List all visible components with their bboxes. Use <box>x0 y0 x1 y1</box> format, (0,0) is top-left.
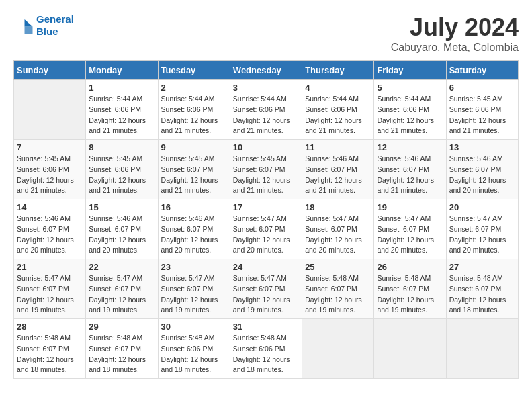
weekday-header-friday: Friday <box>374 61 446 80</box>
day-info: Sunrise: 5:45 AM Sunset: 6:07 PM Dayligh… <box>161 154 227 196</box>
day-info: Sunrise: 5:47 AM Sunset: 6:07 PM Dayligh… <box>17 273 83 316</box>
day-number: 27 <box>449 262 515 272</box>
day-info: Sunrise: 5:48 AM Sunset: 6:07 PM Dayligh… <box>89 333 154 375</box>
logo-line1: General <box>36 13 74 25</box>
calendar-cell: 25Sunrise: 5:48 AM Sunset: 6:07 PM Dayli… <box>302 259 374 319</box>
calendar-cell <box>302 319 374 379</box>
day-number: 12 <box>377 142 443 152</box>
calendar-cell: 21Sunrise: 5:47 AM Sunset: 6:07 PM Dayli… <box>14 259 86 319</box>
day-info: Sunrise: 5:48 AM Sunset: 6:07 PM Dayligh… <box>377 273 443 316</box>
day-info: Sunrise: 5:46 AM Sunset: 6:07 PM Dayligh… <box>377 154 443 196</box>
calendar-cell <box>14 80 86 140</box>
day-number: 15 <box>89 202 154 212</box>
day-number: 16 <box>161 202 227 212</box>
day-info: Sunrise: 5:44 AM Sunset: 6:06 PM Dayligh… <box>161 94 227 136</box>
day-number: 18 <box>305 202 371 212</box>
calendar-cell: 8Sunrise: 5:45 AM Sunset: 6:06 PM Daylig… <box>86 140 158 199</box>
day-number: 4 <box>305 83 371 93</box>
day-info: Sunrise: 5:47 AM Sunset: 6:07 PM Dayligh… <box>305 214 371 256</box>
day-info: Sunrise: 5:44 AM Sunset: 6:06 PM Dayligh… <box>89 94 154 136</box>
day-number: 9 <box>161 142 227 152</box>
day-info: Sunrise: 5:46 AM Sunset: 6:07 PM Dayligh… <box>449 154 515 196</box>
week-row-1: 1Sunrise: 5:44 AM Sunset: 6:06 PM Daylig… <box>14 80 519 140</box>
calendar-cell: 28Sunrise: 5:48 AM Sunset: 6:07 PM Dayli… <box>14 319 86 379</box>
weekday-header-wednesday: Wednesday <box>230 61 302 80</box>
calendar-cell: 14Sunrise: 5:46 AM Sunset: 6:07 PM Dayli… <box>14 199 86 259</box>
day-number: 28 <box>17 322 83 332</box>
day-number: 20 <box>449 202 515 212</box>
calendar-cell: 22Sunrise: 5:47 AM Sunset: 6:07 PM Dayli… <box>86 259 158 319</box>
logo: General Blue <box>13 13 74 38</box>
main-title: July 2024 <box>391 13 519 42</box>
day-number: 23 <box>161 262 227 272</box>
day-number: 2 <box>161 83 227 93</box>
day-info: Sunrise: 5:44 AM Sunset: 6:06 PM Dayligh… <box>377 94 443 136</box>
calendar-cell: 20Sunrise: 5:47 AM Sunset: 6:07 PM Dayli… <box>446 199 518 259</box>
day-info: Sunrise: 5:46 AM Sunset: 6:07 PM Dayligh… <box>305 154 371 196</box>
calendar-cell: 24Sunrise: 5:47 AM Sunset: 6:07 PM Dayli… <box>230 259 302 319</box>
svg-marker-0 <box>25 19 33 27</box>
day-number: 24 <box>233 262 299 272</box>
day-number: 26 <box>377 262 443 272</box>
week-row-5: 28Sunrise: 5:48 AM Sunset: 6:07 PM Dayli… <box>14 319 519 379</box>
day-number: 1 <box>89 83 154 93</box>
logo-line2: Blue <box>36 26 58 37</box>
day-number: 8 <box>89 142 154 152</box>
day-number: 6 <box>449 83 515 93</box>
day-info: Sunrise: 5:47 AM Sunset: 6:07 PM Dayligh… <box>449 214 515 256</box>
day-number: 19 <box>377 202 443 212</box>
week-row-4: 21Sunrise: 5:47 AM Sunset: 6:07 PM Dayli… <box>14 259 519 319</box>
day-number: 29 <box>89 322 154 332</box>
day-number: 5 <box>377 83 443 93</box>
day-number: 31 <box>233 322 299 332</box>
header: General Blue July 2024 Cabuyaro, Meta, C… <box>13 13 519 54</box>
day-number: 25 <box>305 262 371 272</box>
calendar-cell: 9Sunrise: 5:45 AM Sunset: 6:07 PM Daylig… <box>158 140 230 199</box>
calendar-cell: 18Sunrise: 5:47 AM Sunset: 6:07 PM Dayli… <box>302 199 374 259</box>
day-number: 21 <box>17 262 83 272</box>
day-number: 14 <box>17 202 83 212</box>
calendar-cell: 26Sunrise: 5:48 AM Sunset: 6:07 PM Dayli… <box>374 259 446 319</box>
svg-marker-1 <box>25 27 33 34</box>
title-area: July 2024 Cabuyaro, Meta, Colombia <box>391 13 519 54</box>
day-info: Sunrise: 5:48 AM Sunset: 6:06 PM Dayligh… <box>233 333 299 375</box>
day-number: 11 <box>305 142 371 152</box>
calendar-cell: 31Sunrise: 5:48 AM Sunset: 6:06 PM Dayli… <box>230 319 302 379</box>
day-info: Sunrise: 5:48 AM Sunset: 6:07 PM Dayligh… <box>17 333 83 375</box>
calendar-cell <box>446 319 518 379</box>
logo-icon <box>13 15 34 36</box>
weekday-header-row: SundayMondayTuesdayWednesdayThursdayFrid… <box>14 61 519 80</box>
day-info: Sunrise: 5:45 AM Sunset: 6:06 PM Dayligh… <box>89 154 154 196</box>
day-info: Sunrise: 5:46 AM Sunset: 6:07 PM Dayligh… <box>17 214 83 256</box>
day-number: 7 <box>17 142 83 152</box>
week-row-3: 14Sunrise: 5:46 AM Sunset: 6:07 PM Dayli… <box>14 199 519 259</box>
calendar-cell: 6Sunrise: 5:45 AM Sunset: 6:06 PM Daylig… <box>446 80 518 140</box>
calendar-cell: 3Sunrise: 5:44 AM Sunset: 6:06 PM Daylig… <box>230 80 302 140</box>
day-info: Sunrise: 5:47 AM Sunset: 6:07 PM Dayligh… <box>89 273 154 316</box>
day-number: 17 <box>233 202 299 212</box>
logo-text: General Blue <box>36 13 74 38</box>
day-info: Sunrise: 5:46 AM Sunset: 6:07 PM Dayligh… <box>161 214 227 256</box>
calendar-cell: 7Sunrise: 5:45 AM Sunset: 6:06 PM Daylig… <box>14 140 86 199</box>
day-info: Sunrise: 5:47 AM Sunset: 6:07 PM Dayligh… <box>161 273 227 316</box>
weekday-header-tuesday: Tuesday <box>158 61 230 80</box>
calendar-cell: 11Sunrise: 5:46 AM Sunset: 6:07 PM Dayli… <box>302 140 374 199</box>
day-info: Sunrise: 5:45 AM Sunset: 6:06 PM Dayligh… <box>17 154 83 196</box>
calendar-cell: 19Sunrise: 5:47 AM Sunset: 6:07 PM Dayli… <box>374 199 446 259</box>
day-number: 10 <box>233 142 299 152</box>
calendar-table: SundayMondayTuesdayWednesdayThursdayFrid… <box>13 60 519 379</box>
day-info: Sunrise: 5:44 AM Sunset: 6:06 PM Dayligh… <box>233 94 299 136</box>
calendar-cell <box>374 319 446 379</box>
subtitle: Cabuyaro, Meta, Colombia <box>391 42 519 54</box>
weekday-header-thursday: Thursday <box>302 61 374 80</box>
day-number: 3 <box>233 83 299 93</box>
calendar-cell: 17Sunrise: 5:47 AM Sunset: 6:07 PM Dayli… <box>230 199 302 259</box>
calendar-cell: 10Sunrise: 5:45 AM Sunset: 6:07 PM Dayli… <box>230 140 302 199</box>
calendar-cell: 5Sunrise: 5:44 AM Sunset: 6:06 PM Daylig… <box>374 80 446 140</box>
day-info: Sunrise: 5:47 AM Sunset: 6:07 PM Dayligh… <box>233 214 299 256</box>
day-info: Sunrise: 5:48 AM Sunset: 6:06 PM Dayligh… <box>161 333 227 375</box>
day-info: Sunrise: 5:47 AM Sunset: 6:07 PM Dayligh… <box>233 273 299 316</box>
calendar-cell: 15Sunrise: 5:46 AM Sunset: 6:07 PM Dayli… <box>86 199 158 259</box>
day-info: Sunrise: 5:46 AM Sunset: 6:07 PM Dayligh… <box>89 214 154 256</box>
day-info: Sunrise: 5:44 AM Sunset: 6:06 PM Dayligh… <box>305 94 371 136</box>
